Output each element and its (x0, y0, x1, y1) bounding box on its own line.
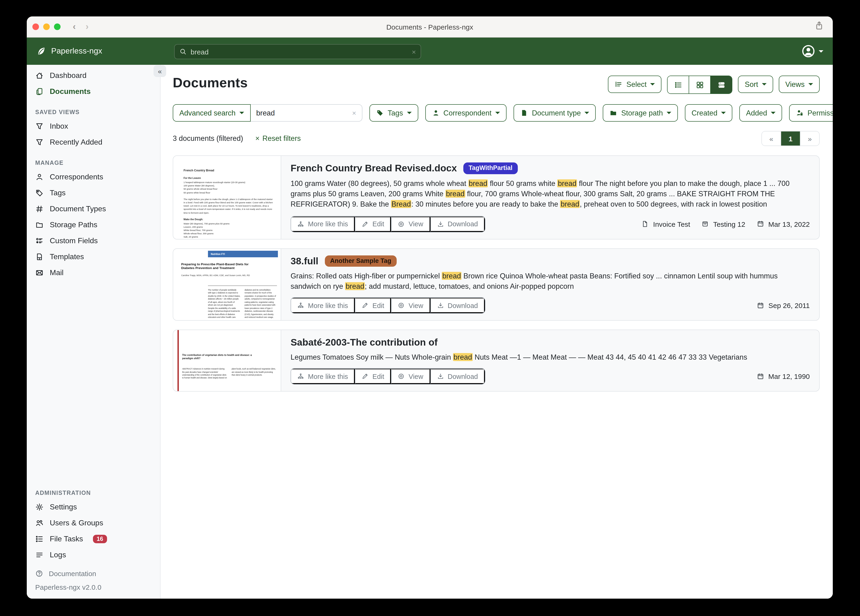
document-thumbnail[interactable]: Nutrition FYIPreparing to Prescribe Plan… (173, 248, 281, 321)
search-clear-icon[interactable]: × (412, 48, 416, 56)
user-menu[interactable] (801, 44, 823, 58)
thumbnail-banner: Nutrition FYI (208, 250, 278, 257)
document-thumbnail[interactable]: The contribution of vegetarian diets to … (173, 330, 281, 391)
more-like-this-button[interactable]: More like this (291, 298, 355, 313)
view-mode-detail-button[interactable] (711, 76, 732, 93)
document-card: The contribution of vegetarian diets to … (173, 330, 820, 392)
document-card: Nutrition FYIPreparing to Prescribe Plan… (173, 248, 820, 321)
sidebar-item-mail[interactable]: Mail (27, 265, 160, 281)
sidebar-item-recently-added[interactable]: Recently Added (27, 134, 160, 150)
document-list: French Country BreadFor the Leaven1 heap… (173, 156, 820, 392)
advanced-search-dropdown[interactable]: Advanced search (173, 104, 251, 122)
template-icon (35, 253, 44, 261)
action-label: Download (447, 220, 478, 228)
folder-filled-icon (610, 109, 618, 117)
document-thumbnail[interactable]: French Country BreadFor the Leaven1 heap… (173, 156, 281, 239)
reset-filters-link[interactable]: × Reset filters (255, 134, 301, 143)
meta-calendar[interactable]: Mar 13, 2022 (756, 220, 810, 228)
document-title[interactable]: Sabaté-2003-The contribution of (290, 337, 438, 348)
person-icon (35, 173, 44, 181)
document-title[interactable]: 38.full (290, 255, 319, 267)
sidebar-item-label: Settings (50, 503, 77, 511)
sidebar-item-label: Mail (50, 269, 64, 277)
sidebar-item-dashboard[interactable]: Dashboard (27, 68, 160, 83)
sidebar-item-file-tasks[interactable]: File Tasks16 (27, 531, 160, 547)
filter-tags-button[interactable]: Tags (369, 104, 418, 122)
sidebar-item-document-types[interactable]: Document Types (27, 201, 160, 217)
meta-file[interactable]: Invoice Test (642, 220, 690, 228)
sidebar-section-title: SAVED VIEWS (27, 99, 160, 118)
edit-button[interactable]: Edit (355, 216, 391, 232)
action-label: Edit (372, 373, 384, 380)
sidebar-item-logs[interactable]: Logs (27, 547, 160, 563)
filter-added-button[interactable]: Added (739, 104, 782, 122)
sort-button[interactable]: Sort (738, 75, 773, 93)
sidebar-item-label: Dashboard (50, 71, 86, 80)
advanced-search-group: Advanced search bread × (173, 104, 363, 122)
tag-another-sample-tag[interactable]: Another Sample Tag (325, 255, 397, 267)
document-snippet: 100 grams Water (80 degrees), 50 grams w… (290, 178, 810, 209)
more-like-this-button[interactable]: More like this (291, 369, 355, 384)
download-button[interactable]: Download (430, 216, 485, 232)
sidebar-item-documents[interactable]: Documents (27, 83, 160, 99)
chevron-down-icon (667, 112, 671, 114)
tag-tagwithpartial[interactable]: TagWithPartial (464, 162, 518, 174)
sidebar-collapse-button[interactable]: « (154, 65, 166, 77)
mlt-icon (297, 220, 304, 228)
folder-icon (35, 221, 44, 229)
gear-icon (35, 503, 44, 511)
download-icon (437, 373, 444, 380)
meta-box[interactable]: Testing 12 (701, 220, 745, 228)
select-button[interactable]: Select (608, 75, 662, 93)
sidebar-item-custom-fields[interactable]: Custom Fields (27, 233, 160, 249)
person-lock-icon (796, 109, 804, 117)
more-like-this-button[interactable]: More like this (291, 216, 355, 232)
download-button[interactable]: Download (430, 369, 485, 384)
share-icon[interactable] (814, 20, 824, 31)
sidebar-item-templates[interactable]: Templates (27, 249, 160, 265)
sidebar-item-settings[interactable]: Settings (27, 499, 160, 515)
highlighted-term: bread (345, 283, 365, 291)
sidebar-item-users-groups[interactable]: Users & Groups (27, 515, 160, 531)
pencil-icon (362, 220, 369, 228)
filter-correspondent-button[interactable]: Correspondent (425, 104, 507, 122)
view-button[interactable]: View (391, 298, 430, 313)
pagination-page-1[interactable]: 1 (781, 132, 800, 146)
screenshot-stage: ‹ › Documents - Paperless-ngx Paperless-… (0, 0, 860, 616)
filter-storage-path-button[interactable]: Storage path (603, 104, 678, 122)
sidebar-item-correspondents[interactable]: Correspondents (27, 169, 160, 185)
view-mode-grid-button[interactable] (689, 76, 711, 93)
filter-created-button[interactable]: Created (685, 104, 732, 122)
view-button[interactable]: View (391, 216, 430, 232)
filter-query-value: bread (256, 109, 275, 117)
document-actions: More like thisEditViewDownload (290, 297, 485, 314)
filter-query-input[interactable]: bread × (251, 104, 363, 122)
views-button[interactable]: Views (779, 75, 820, 93)
status-row: 3 documents (filtered) × Reset filters «… (173, 131, 820, 146)
pagination-prev-button[interactable]: « (762, 132, 781, 146)
meta-calendar[interactable]: Sep 26, 2011 (757, 302, 810, 310)
document-title[interactable]: French Country Bread Revised.docx (290, 163, 457, 174)
filter-document-type-button[interactable]: Document type (513, 104, 596, 122)
sidebar-item-storage-paths[interactable]: Storage Paths (27, 217, 160, 233)
filter-permissions-button[interactable]: Permissions (789, 104, 833, 122)
view-mode-list-button[interactable] (668, 76, 689, 93)
edit-button[interactable]: Edit (355, 298, 391, 313)
view-button[interactable]: View (391, 369, 430, 384)
action-label: Edit (372, 220, 384, 228)
documentation-link[interactable]: Documentation (35, 569, 152, 577)
download-button[interactable]: Download (430, 298, 485, 313)
brand[interactable]: Paperless-ngx (36, 46, 102, 57)
edit-button[interactable]: Edit (355, 369, 391, 384)
global-search-input[interactable]: bread × (174, 44, 421, 59)
file-icon (642, 220, 649, 228)
meta-calendar[interactable]: Mar 12, 1990 (756, 372, 810, 380)
chevron-down-icon (762, 83, 767, 85)
filter-label: Permissions (807, 109, 833, 117)
sidebar-item-tags[interactable]: Tags (27, 185, 160, 201)
filter-label: Created (692, 109, 717, 117)
sidebar-item-inbox[interactable]: Inbox (27, 118, 160, 134)
clear-query-icon[interactable]: × (352, 109, 356, 117)
calendar-icon (756, 220, 764, 228)
pagination-next-button[interactable]: » (800, 132, 819, 146)
